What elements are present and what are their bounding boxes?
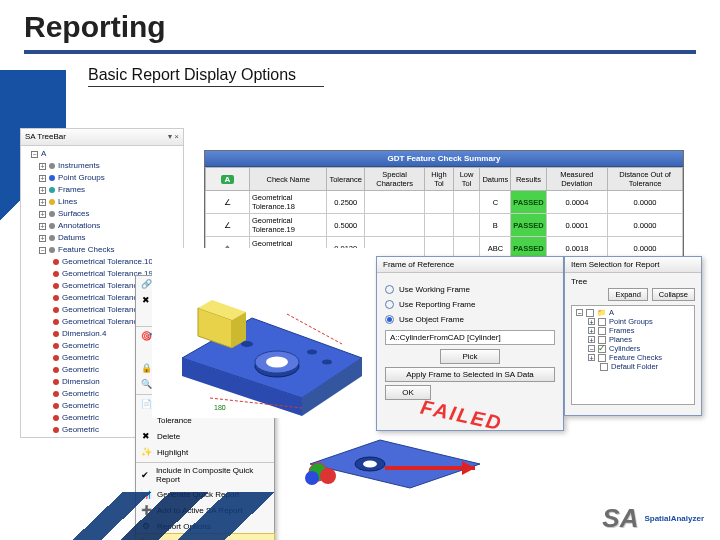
item-dot-icon — [53, 295, 59, 301]
category-dot-icon — [49, 223, 55, 229]
expand-icon[interactable]: + — [39, 223, 46, 230]
menu-icon: ✨ — [140, 446, 152, 458]
expand-icon[interactable]: + — [39, 199, 46, 206]
menu-icon: ✖ — [140, 430, 152, 442]
tree-root[interactable]: −A — [31, 148, 181, 160]
item-dot-icon — [53, 271, 59, 277]
expand-icon[interactable]: + — [588, 318, 595, 325]
menu-icon: ✖ — [140, 294, 152, 306]
expand-icon[interactable]: + — [39, 235, 46, 242]
apply-frame-button[interactable]: Apply Frame to Selected in SA Data — [385, 367, 555, 382]
tree-item[interactable]: +Point Groups — [31, 172, 181, 184]
stage: SA TreeBar ▾ × −A +Instruments+Point Gro… — [20, 128, 700, 520]
tree-item[interactable]: +Lines — [31, 196, 181, 208]
item-dot-icon — [53, 367, 59, 373]
summary-col: Results — [511, 168, 546, 191]
item-row[interactable]: +Point Groups — [576, 317, 690, 326]
category-dot-icon — [49, 199, 55, 205]
expand-icon[interactable]: + — [588, 336, 595, 343]
expand-icon[interactable]: + — [39, 211, 46, 218]
svg-point-5 — [266, 357, 288, 368]
item-row[interactable]: +Feature Checks — [576, 353, 690, 362]
category-dot-icon — [49, 163, 55, 169]
summary-col: Datums — [480, 168, 511, 191]
item-row[interactable]: −Cylinders — [576, 344, 690, 353]
tree-header: SA TreeBar ▾ × — [21, 129, 183, 146]
item-row[interactable]: +Planes — [576, 335, 690, 344]
tree-item[interactable]: +Surfaces — [31, 208, 181, 220]
checkbox[interactable] — [598, 327, 606, 335]
page-title: Reporting — [24, 10, 696, 44]
category-dot-icon — [49, 247, 55, 253]
tree-panel-controls[interactable]: ▾ × — [168, 131, 179, 143]
checkbox[interactable] — [598, 354, 606, 362]
svg-point-17 — [363, 461, 377, 468]
svg-point-11 — [322, 360, 332, 365]
item-dot-icon — [53, 331, 59, 337]
item-row[interactable]: Default Folder — [576, 362, 690, 371]
radio-icon — [385, 285, 394, 294]
expand-icon[interactable]: + — [588, 354, 595, 361]
opt-reporting-frame[interactable]: Use Reporting Frame — [385, 300, 555, 309]
item-dialog-title: Item Selection for Report — [565, 257, 701, 273]
frame-field[interactable]: A::CylinderFromCAD [Cylinder] — [385, 330, 555, 345]
menu-icon: 🔍 — [140, 378, 152, 390]
opt-object-frame[interactable]: Use Object Frame — [385, 315, 555, 324]
summary-corner: A — [206, 168, 250, 191]
title-underline — [24, 50, 696, 54]
checkbox[interactable] — [598, 318, 606, 326]
collapse-button[interactable]: Collapse — [652, 288, 695, 301]
item-dot-icon — [53, 343, 59, 349]
tree-item[interactable]: +Datums — [31, 232, 181, 244]
svg-point-10 — [307, 350, 317, 355]
item-dot-icon — [53, 427, 59, 433]
item-selection-dialog: Item Selection for Report Tree Expand Co… — [564, 256, 702, 416]
checkbox-checked[interactable] — [598, 345, 606, 353]
pick-button[interactable]: Pick — [440, 349, 500, 364]
expand-icon[interactable]: + — [39, 163, 46, 170]
summary-col: Check Name — [250, 168, 327, 191]
item-row-a[interactable]: −📁 A — [576, 308, 690, 317]
summary-col: Measured Deviation — [546, 168, 608, 191]
summary-row: ∠Geometrical Tolerance.190.5000BPASSED0.… — [206, 214, 683, 237]
item-dot-icon — [53, 403, 59, 409]
tree-item[interactable]: +Frames — [31, 184, 181, 196]
menu-icon — [140, 310, 152, 322]
item-dot-icon — [53, 355, 59, 361]
menu-icon — [140, 346, 152, 358]
item-dot-icon — [53, 283, 59, 289]
expand-icon[interactable]: + — [588, 327, 595, 334]
collapse-icon[interactable]: − — [576, 309, 583, 316]
title-bar: Reporting — [0, 0, 720, 44]
collapse-icon[interactable]: − — [31, 151, 38, 158]
tree-item[interactable]: +Annotations — [31, 220, 181, 232]
radio-icon — [385, 300, 394, 309]
checkbox[interactable] — [600, 363, 608, 371]
item-dot-icon — [53, 391, 59, 397]
svg-point-9 — [241, 341, 253, 347]
item-row[interactable]: +Frames — [576, 326, 690, 335]
menu-item[interactable]: ✨Highlight — [136, 444, 274, 460]
checkbox[interactable] — [586, 309, 594, 317]
summary-col: Distance Out of Tolerance — [608, 168, 683, 191]
cad-view: 180 — [152, 248, 382, 418]
category-dot-icon — [49, 175, 55, 181]
summary-title: GDT Feature Check Summary — [205, 151, 683, 167]
menu-icon: ✔ — [140, 469, 151, 481]
collapse-icon[interactable]: − — [39, 247, 46, 254]
tree-item[interactable]: +Instruments — [31, 160, 181, 172]
item-dot-icon — [53, 379, 59, 385]
expand-icon[interactable]: + — [39, 175, 46, 182]
collapse-icon[interactable]: − — [588, 345, 595, 352]
menu-item[interactable]: ✔Include in Composite Quick Report — [136, 462, 274, 486]
svg-text:180: 180 — [214, 404, 226, 411]
expand-button[interactable]: Expand — [608, 288, 647, 301]
menu-icon: 📄 — [140, 398, 152, 410]
opt-working-frame[interactable]: Use Working Frame — [385, 285, 555, 294]
summary-col: Low Tol — [453, 168, 480, 191]
summary-col: Special Characters — [364, 168, 424, 191]
category-dot-icon — [49, 211, 55, 217]
category-dot-icon — [49, 187, 55, 193]
expand-icon[interactable]: + — [39, 187, 46, 194]
menu-item[interactable]: ✖Delete — [136, 428, 274, 444]
